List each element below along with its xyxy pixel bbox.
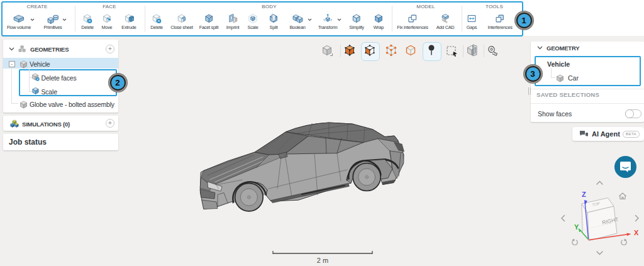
svg-text:Y: Y (574, 223, 579, 231)
svg-text:2 m: 2 m (317, 257, 328, 264)
svg-text:Z: Z (582, 191, 586, 198)
svg-text:X: X (634, 229, 639, 236)
